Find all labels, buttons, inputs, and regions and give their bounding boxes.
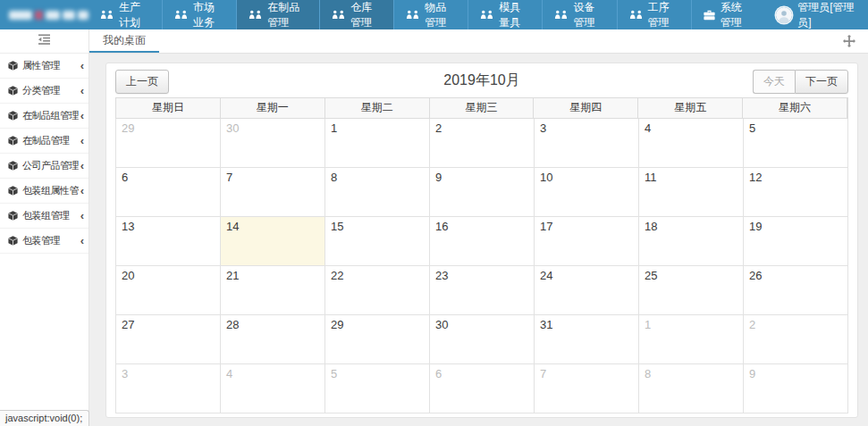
calendar-day-cell[interactable]: 15	[325, 217, 430, 266]
day-number: 2	[744, 315, 847, 331]
sidebar-item[interactable]: 属性管理 ‹	[0, 54, 88, 79]
nav-menu-label: 在制品管理	[267, 0, 308, 30]
calendar-day-cell[interactable]: 19	[744, 217, 848, 266]
calendar-day-cell[interactable]: 27	[116, 315, 221, 364]
day-number: 30	[430, 315, 534, 331]
nav-menu-item[interactable]: 设备管理	[542, 0, 616, 29]
nav-menu-label: 模具量具	[499, 0, 530, 30]
nav-menu-label: 工序管理	[648, 0, 679, 30]
weekday-header: 星期六	[743, 98, 847, 118]
nav-menu-item[interactable]: 系统管理	[691, 0, 763, 29]
calendar-day-cell[interactable]: 2	[430, 119, 535, 168]
calendar-day-cell[interactable]: 8	[325, 168, 430, 217]
fullscreen-icon[interactable]	[843, 35, 855, 47]
calendar-day-cell[interactable]: 13	[116, 217, 221, 266]
calendar-day-cell[interactable]: 23	[430, 266, 535, 315]
calendar-day-cell[interactable]: 29	[325, 315, 430, 364]
calendar-day-cell[interactable]: 3	[116, 364, 221, 413]
sidebar-item[interactable]: 包装管理 ‹	[0, 229, 88, 254]
logo-blur-shape	[35, 11, 43, 20]
calendar-day-cell[interactable]: 8	[639, 364, 744, 413]
tab-bar: 我的桌面	[89, 29, 868, 54]
calendar-day-cell[interactable]: 7	[535, 364, 639, 413]
calendar-day-cell[interactable]: 4	[221, 364, 325, 413]
sidebar-item[interactable]: 包装组属性管理 ‹	[0, 179, 88, 204]
nav-menu-item[interactable]: 模具量具	[468, 0, 542, 29]
calendar-day-cell[interactable]: 7	[221, 168, 325, 217]
box-icon	[8, 86, 18, 96]
calendar-day-cell[interactable]: 31	[535, 315, 639, 364]
sidebar-item[interactable]: 公司产品管理 ‹	[0, 154, 88, 179]
sidebar-item-label: 公司产品管理	[22, 159, 79, 172]
calendar-day-cell[interactable]: 2	[744, 315, 848, 364]
calendar-day-cell[interactable]: 1	[639, 315, 744, 364]
day-number: 12	[744, 168, 847, 184]
calendar-day-cell[interactable]: 5	[325, 364, 430, 413]
calendar-day-cell[interactable]: 30	[430, 315, 535, 364]
box-icon	[8, 111, 18, 121]
nav-menu-item[interactable]: 工序管理	[617, 0, 691, 29]
next-page-button[interactable]: 下一页	[795, 70, 848, 94]
calendar-day-cell[interactable]: 16	[430, 217, 535, 266]
day-number: 18	[639, 217, 743, 233]
calendar-day-cell[interactable]: 28	[221, 315, 325, 364]
day-number: 26	[744, 266, 847, 282]
day-number: 3	[116, 364, 220, 380]
calendar-day-cell[interactable]: 10	[535, 168, 639, 217]
sidebar-item[interactable]: 包装组管理 ‹	[0, 204, 88, 229]
nav-menu-item[interactable]: 市场业务	[162, 0, 236, 29]
calendar-day-cell[interactable]: 17	[535, 217, 639, 266]
sidebar-item[interactable]: 在制品管理 ‹	[0, 129, 88, 154]
day-number: 29	[325, 315, 429, 331]
calendar-day-cell[interactable]: 5	[744, 119, 848, 168]
app-logo[interactable]	[0, 0, 88, 29]
calendar-day-cell[interactable]: 6	[430, 364, 535, 413]
calendar-day-cell[interactable]: 9	[430, 168, 535, 217]
main-menu: 生产计划	[88, 0, 763, 29]
calendar-day-cell[interactable]: 25	[639, 266, 744, 315]
people-icon	[332, 10, 345, 20]
day-number: 3	[535, 119, 638, 135]
day-number: 29	[116, 119, 220, 135]
calendar-day-cell[interactable]: 9	[744, 364, 848, 413]
sidebar-item[interactable]: 在制品组管理 ‹	[0, 104, 88, 129]
calendar-day-cell[interactable]: 6	[116, 168, 221, 217]
calendar-day-cell[interactable]: 20	[116, 266, 221, 315]
tab-my-desktop[interactable]: 我的桌面	[89, 29, 159, 53]
today-button[interactable]: 今天	[753, 70, 795, 94]
calendar-day-cell[interactable]: 22	[325, 266, 430, 315]
nav-menu-item[interactable]: 物品管理	[393, 0, 468, 29]
calendar-day-cell[interactable]: 29	[116, 119, 221, 168]
calendar-day-cell[interactable]: 24	[535, 266, 639, 315]
calendar-day-cell[interactable]: 1	[325, 119, 430, 168]
people-icon	[174, 10, 188, 20]
logo-blur-shape	[63, 11, 75, 20]
nav-menu-item[interactable]: 在制品管理	[236, 0, 319, 29]
calendar-day-cell[interactable]: 26	[744, 266, 848, 315]
box-icon	[8, 136, 18, 146]
calendar-day-cell[interactable]: 3	[535, 119, 639, 168]
day-number: 20	[116, 266, 220, 282]
calendar-day-cell[interactable]: 12	[744, 168, 848, 217]
weekday-header: 星期三	[430, 98, 535, 118]
calendar-day-cell[interactable]: 14	[221, 217, 325, 266]
sidebar: 属性管理 ‹ 分类管理 ‹	[0, 29, 89, 426]
day-number: 24	[535, 266, 638, 282]
calendar-toolbar: 上一页 2019年10月 今天 下一页	[106, 63, 857, 96]
user-menu[interactable]: 管理员[管理员]	[763, 0, 868, 29]
nav-menu-item[interactable]: 仓库管理	[319, 0, 393, 29]
nav-menu-item[interactable]: 生产计划	[88, 0, 162, 29]
sidebar-collapse-toggle[interactable]	[0, 29, 88, 54]
calendar-day-cell[interactable]: 18	[639, 217, 744, 266]
calendar-day-cell[interactable]: 11	[639, 168, 744, 217]
day-number: 8	[639, 364, 743, 380]
calendar-day-cell[interactable]: 4	[639, 119, 744, 168]
calendar-month-title: 2019年10月	[106, 71, 857, 90]
day-number: 5	[325, 364, 429, 380]
day-number: 4	[221, 364, 324, 380]
day-number: 5	[744, 119, 847, 135]
calendar-day-cell[interactable]: 21	[221, 266, 325, 315]
calendar-day-cell[interactable]: 30	[221, 119, 325, 168]
day-number: 9	[744, 364, 847, 380]
sidebar-item[interactable]: 分类管理 ‹	[0, 79, 88, 104]
